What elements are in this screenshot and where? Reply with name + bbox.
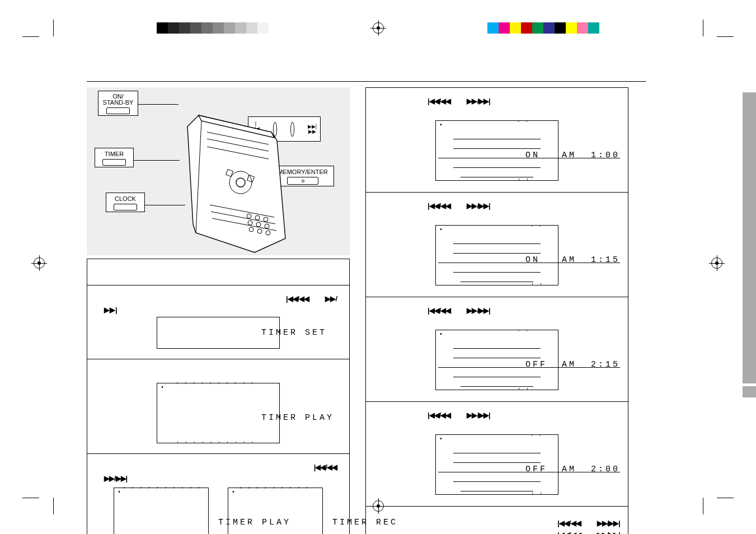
callout-timer-label: TIMER — [98, 151, 130, 157]
right-step-2: |◀◀/◀◀ ▶▶/▶▶| • , , ON AM 1:15 ' ' — [366, 193, 628, 297]
right-step-4: |◀◀/◀◀ ▶▶/▶▶| • , , OFF AM 2:00 ' ' — [366, 402, 628, 507]
callout-standby-label: ON/ STAND-BY — [102, 93, 134, 106]
skip-icons-r3: |◀◀/◀◀ ▶▶/▶▶| — [428, 306, 490, 315]
right-column: |◀◀/◀◀ ▶▶/▶▶| • , , ON AM 1:00 ' ' |◀◀/◀… — [365, 87, 628, 534]
skip-icons-r1: |◀◀/◀◀ ▶▶/▶▶| — [428, 97, 490, 105]
left-step-2: |◀◀/◀◀ ▶▶/ ▶▶| TIMER SET — [87, 285, 349, 359]
skip-icons-info1: |◀◀/◀◀ ▶▶/▶▶| — [557, 519, 620, 527]
page-rule-top — [87, 81, 646, 82]
rew-icon-r4: |◀◀/◀◀ — [428, 411, 450, 419]
crop-mark-tl — [22, 20, 53, 36]
fwd-icon-4: ▶▶/▶▶| — [104, 474, 127, 483]
rew-icon-r1: |◀◀/◀◀ — [428, 97, 450, 105]
registration-mark-left — [34, 257, 45, 269]
timer-button-icon — [102, 159, 126, 166]
left-step-3: • , , , , , , , , , , TIMER PLAY ' ' ' '… — [87, 359, 349, 453]
rew-icon: |◀◀/◀◀ — [286, 294, 309, 303]
crop-mark-tr — [703, 20, 734, 36]
fwd-mini-label: ▶▶|▶▶ — [308, 124, 317, 134]
lcd-on-115: • , , ON AM 1:15 ' ' — [435, 225, 558, 285]
registration-mark-right — [711, 257, 722, 269]
crop-mark-bl — [22, 498, 53, 514]
fwd-end-icon: ▶▶| — [104, 306, 118, 314]
crop-marks-bottom — [0, 495, 756, 517]
fwd-icon-r3: ▶▶/▶▶| — [467, 306, 490, 315]
fwd-partial-icon: ▶▶/ — [325, 294, 337, 303]
skip-icons-r2: |◀◀/◀◀ ▶▶/▶▶| — [428, 202, 490, 210]
rew-icon-r3: |◀◀/◀◀ — [428, 306, 450, 315]
skip-icons-step4: |◀◀/◀◀ — [314, 463, 337, 471]
left-steps-box: |◀◀/◀◀ ▶▶/ ▶▶| TIMER SET — [87, 259, 350, 534]
svg-point-7 — [236, 178, 245, 187]
crop-mark-br — [703, 498, 734, 514]
remote-svg-icon — [176, 110, 299, 255]
callout-clock: CLOCK — [106, 193, 145, 212]
skip-icons-r4: |◀◀/◀◀ ▶▶/▶▶| — [428, 411, 490, 419]
lcd-off-200: • , , OFF AM 2:00 ' ' — [435, 434, 558, 495]
lcd-on-100: • , , ON AM 1:00 ' ' — [435, 120, 558, 181]
callout-standby: ON/ STAND-BY — [98, 91, 138, 116]
left-step-4: |◀◀/◀◀ ▶▶/▶▶| • , , , , , , , , , , TIME… — [87, 453, 349, 534]
callout-timer: TIMER — [95, 148, 134, 167]
lcd-timer-set: TIMER SET — [157, 317, 280, 349]
rew-icon-r2: |◀◀/◀◀ — [428, 202, 450, 210]
right-step-3: |◀◀/◀◀ ▶▶/▶▶| • , , OFF AM 2:15 ' ' — [366, 297, 628, 402]
color-swatches — [487, 22, 599, 34]
fwd-icon-r2: ▶▶/▶▶| — [467, 202, 490, 210]
thumb-index-bar — [743, 92, 756, 383]
registration-mark-top — [373, 22, 384, 34]
clock-button-icon — [114, 204, 137, 210]
timer-indicator-icon: • — [161, 385, 164, 391]
skip-icons-info2: |◀◀/◀◀ ▶▶/▶▶| — [557, 531, 620, 534]
left-column: ON/ STAND-BY TIMER CLOCK |◀◀◀◀ ▶ — [87, 87, 350, 534]
crop-marks-top — [0, 17, 756, 39]
right-step-1: |◀◀/◀◀ ▶▶/▶▶| • , , ON AM 1:00 ' ' — [366, 88, 628, 193]
grayscale-swatches — [157, 22, 269, 34]
skip-icons-step2: |◀◀/◀◀ ▶▶/ — [286, 294, 337, 303]
left-step-1 — [87, 259, 349, 285]
fwd-icon-r4: ▶▶/▶▶| — [467, 411, 490, 419]
standby-button-icon — [106, 107, 130, 114]
fwd-icon-r1: ▶▶/▶▶| — [467, 97, 490, 105]
callout-clock-label: CLOCK — [110, 195, 141, 202]
lcd-off-215: • , , OFF AM 2:15 ' ' — [435, 330, 558, 390]
thumb-index-tab — [743, 386, 756, 397]
rew-icon-4: |◀◀/◀◀ — [314, 463, 337, 471]
remote-illustration: ON/ STAND-BY TIMER CLOCK |◀◀◀◀ ▶ — [87, 87, 350, 255]
page-content: ON/ STAND-BY TIMER CLOCK |◀◀◀◀ ▶ — [87, 81, 646, 534]
lcd-timer-play: • , , , , , , , , , , TIMER PLAY ' ' ' '… — [157, 383, 280, 443]
registration-mark-bottom — [373, 500, 384, 512]
